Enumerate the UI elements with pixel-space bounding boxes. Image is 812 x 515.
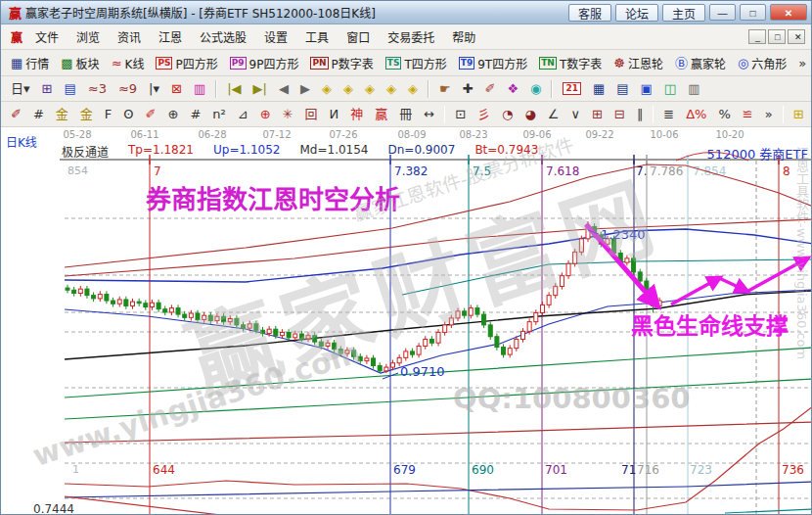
kline-highlight-icon[interactable]: ⊠ (165, 79, 188, 98)
n-squared-icon[interactable]: n² (206, 105, 231, 123)
shen-grid-icon[interactable]: 神 (344, 105, 369, 123)
f-ruler-icon[interactable]: F (99, 105, 117, 123)
parallel-lines-icon[interactable]: ∥ (631, 105, 650, 123)
t-number-table[interactable]: TNT数字表 (533, 52, 608, 74)
hexagon[interactable]: ◎六角形 (732, 52, 792, 74)
candle-body (502, 348, 506, 355)
spiral-icon[interactable]: ʘ (117, 105, 139, 123)
last-bar-icon[interactable]: ▶| (248, 79, 273, 98)
more-draw2-icon[interactable]: » (810, 105, 811, 123)
close-button[interactable]: ✕ (770, 4, 807, 21)
menu-item-gann[interactable]: 江恩 (150, 28, 191, 48)
menu-item-news[interactable]: 资讯 (109, 28, 150, 48)
sectors[interactable]: ▩板块 (55, 52, 105, 74)
zigzag-icon[interactable]: ∨ (564, 105, 586, 123)
forum-button[interactable]: 论坛 (615, 4, 658, 22)
target-circle-icon[interactable]: ⊕ (254, 105, 277, 123)
market-quotes[interactable]: ▦行情 (5, 52, 55, 74)
angle-rays-icon[interactable]: ∠ (542, 105, 565, 123)
gann-flower-icon[interactable]: ❖ (501, 79, 524, 98)
percent-line-icon[interactable]: ≌ (737, 105, 759, 123)
winner-wheel[interactable]: Ⓑ赢家轮 (669, 52, 732, 74)
hand-tool-icon[interactable]: ☛ (433, 79, 457, 98)
t-square[interactable]: TST四方形 (380, 52, 453, 74)
kline-chart-canvas[interactable]: 05-2806-1106-2807-1207-2608-0908-2309-06… (1, 127, 812, 515)
shrink-bars-icon[interactable]: ◈ (381, 79, 402, 98)
percent-range-icon[interactable]: Δ% (680, 105, 712, 123)
stats-list-icon[interactable]: ≣ (657, 105, 680, 123)
notebook-icon[interactable]: ▤ (610, 79, 634, 98)
shift-left-icon[interactable]: ◈ (316, 79, 338, 98)
printer-icon[interactable]: ▥ (682, 79, 705, 98)
candle-body (163, 309, 167, 312)
kline[interactable]: ≈K线 (106, 52, 151, 74)
volume-color-icon[interactable]: ▥ (188, 79, 211, 98)
prev-bar-icon[interactable]: ◀ (273, 79, 294, 98)
ying-grid-icon[interactable]: 赢 (369, 105, 393, 123)
headline-annotation: 券商指数江恩时空分析 (146, 185, 400, 214)
calendar-icon[interactable]: 21 (557, 79, 587, 98)
maximize-button[interactable]: □ (740, 4, 766, 21)
wave-9-icon[interactable]: ≈9 (113, 79, 143, 98)
arc-dark-icon[interactable]: ◕ (519, 105, 541, 123)
customer-service-button[interactable]: 客服 (568, 4, 611, 22)
export-image-icon[interactable]: ◫ (658, 79, 682, 98)
draw-line-icon[interactable]: ✐ (479, 79, 502, 98)
hash-ruler-icon[interactable]: # (184, 105, 206, 123)
first-bar-icon[interactable]: |◀ (221, 79, 247, 98)
minimize-button[interactable]: — (709, 4, 736, 21)
9t-square[interactable]: T99T四方形 (453, 52, 533, 74)
pencil-tool-icon[interactable]: ✐ (5, 105, 27, 123)
menu-item-file[interactable]: 文件 (26, 28, 68, 48)
child-close-button[interactable]: ✕ (788, 29, 805, 44)
arc-quarter-icon[interactable]: ◔ (496, 105, 519, 123)
expand-bars-icon[interactable]: ◈ (359, 79, 381, 98)
next-bar-icon[interactable]: ▶ (294, 79, 316, 98)
homepage-button[interactable]: 主页 (662, 4, 705, 22)
menu-item-help[interactable]: 帮助 (443, 28, 484, 48)
child-restore-button[interactable]: □ (768, 29, 786, 44)
percent-icon[interactable]: % (712, 105, 736, 123)
save-icon[interactable]: ▣ (635, 79, 658, 98)
gold-ruler2-icon[interactable]: 金 (74, 105, 99, 123)
shift-right-icon[interactable]: ◈ (338, 79, 359, 98)
fit-all-icon[interactable]: ◈ (402, 79, 424, 98)
red-pencil-icon[interactable]: ✐ (140, 105, 162, 123)
more-draw-icon[interactable]: » (759, 105, 779, 123)
grid-book-icon[interactable]: 冊 (393, 105, 418, 123)
ruler-grid-icon[interactable]: # (27, 105, 50, 123)
window-split-icon[interactable]: ⊞ (36, 79, 59, 98)
menu-item-trade[interactable]: 交易委托 (379, 28, 443, 48)
p-number-table[interactable]: PNP数字表 (304, 52, 379, 74)
gann-wheel-small-icon[interactable]: ✳ (277, 105, 299, 123)
9p-square[interactable]: P99P四方形 (224, 52, 305, 74)
child-minimize-button[interactable]: _ (748, 29, 766, 44)
menu-item-settings[interactable]: 设置 (255, 28, 296, 48)
gann-wheel[interactable]: ☸江恩轮 (608, 52, 669, 74)
menu-item-browse[interactable]: 浏览 (68, 28, 109, 48)
more-tools[interactable]: » (792, 54, 811, 72)
wave-3-icon[interactable]: ≈3 (82, 79, 113, 98)
cycle-circle-icon[interactable]: ⊕ (161, 105, 184, 123)
info-panel-icon[interactable]: ▤ (58, 79, 81, 98)
chart-area[interactable]: 赢家财富网 www.yingjia360.com 赢家江恩软件-股票分析软件 Q… (1, 127, 812, 515)
mirror-angle-icon[interactable]: ⊿ (232, 105, 254, 123)
single-candle-dropdown[interactable]: |▾ (143, 79, 165, 98)
menu-item-formula-stock-pick[interactable]: 公式选股 (191, 28, 255, 48)
menu-item-window[interactable]: 窗口 (338, 28, 379, 48)
p-square[interactable]: PSP四方形 (150, 52, 223, 74)
grid-red-icon[interactable]: ⊞ (586, 105, 609, 123)
kline-style-dropdown[interactable]: 日▾ (5, 79, 36, 98)
crosshair-icon[interactable]: ✚ (457, 79, 479, 98)
menu-item-tools[interactable]: 工具 (296, 28, 338, 48)
yellow-grid-icon[interactable]: ⊞ (788, 105, 810, 123)
brain-wheel-icon[interactable]: ◉ (524, 79, 547, 98)
calculator-icon[interactable]: ▦ (587, 79, 610, 98)
yi-mark-icon[interactable]: И (323, 105, 344, 123)
square-box-icon[interactable]: ⊡ (449, 105, 472, 123)
width-measure-icon[interactable]: ↔ (418, 105, 440, 123)
square-nest-icon[interactable]: 回 (298, 105, 323, 123)
gold-ruler-icon[interactable]: 金 (50, 105, 74, 123)
fan-rays-icon[interactable]: 彡 (472, 105, 496, 123)
grid-red2-icon[interactable]: ⊟ (609, 105, 631, 123)
